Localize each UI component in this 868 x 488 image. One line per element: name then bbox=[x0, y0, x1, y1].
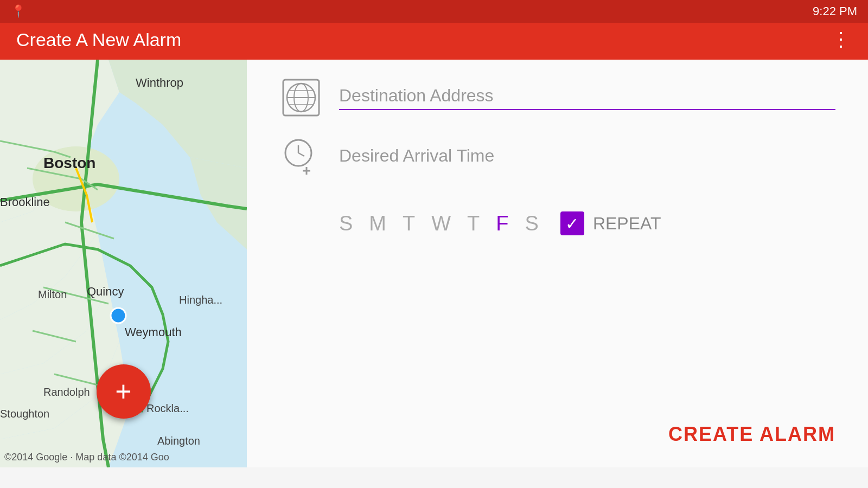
day-monday[interactable]: M bbox=[369, 212, 386, 235]
destination-field-row: Destination Address bbox=[279, 76, 835, 119]
day-friday[interactable]: F bbox=[496, 212, 508, 235]
svg-text:Rockla...: Rockla... bbox=[146, 402, 189, 414]
add-alarm-fab[interactable]: + bbox=[97, 364, 151, 419]
day-thursday[interactable]: T bbox=[467, 212, 480, 235]
add-icon: + bbox=[115, 377, 131, 406]
repeat-label: REPEAT bbox=[593, 214, 661, 234]
day-wednesday[interactable]: W bbox=[431, 212, 451, 235]
globe-icon bbox=[279, 76, 323, 119]
bottom-bar: CREATE ALARM bbox=[279, 235, 835, 451]
create-alarm-button[interactable]: CREATE ALARM bbox=[668, 423, 835, 446]
app-header: 📍 9:22 PM Create A New Alarm ⋮ bbox=[0, 0, 868, 60]
page-title: Create A New Alarm bbox=[16, 29, 181, 50]
day-sunday[interactable]: S bbox=[339, 212, 353, 235]
svg-text:Randolph: Randolph bbox=[43, 386, 90, 398]
svg-point-20 bbox=[111, 308, 126, 323]
svg-text:Milton: Milton bbox=[38, 288, 67, 300]
status-bar-left: 📍 bbox=[11, 4, 25, 18]
svg-text:Boston: Boston bbox=[43, 155, 95, 171]
svg-text:Quincy: Quincy bbox=[87, 285, 124, 298]
destination-input-wrapper: Destination Address bbox=[339, 86, 835, 110]
svg-text:Brookline: Brookline bbox=[0, 195, 50, 209]
clock-add-icon bbox=[279, 136, 323, 179]
map-view: Winthrop Boston Brookline Milton Quincy … bbox=[0, 60, 247, 467]
arrival-time-field-row: Desired Arrival Time bbox=[279, 136, 835, 179]
right-panel: Destination Address Desired Arriv bbox=[247, 60, 868, 467]
day-saturday[interactable]: S bbox=[525, 212, 539, 235]
svg-text:Hingha...: Hingha... bbox=[179, 294, 222, 306]
map-attribution: ©2014 Google · Map data ©2014 Goo bbox=[4, 452, 169, 463]
day-tuesday[interactable]: T bbox=[403, 212, 415, 235]
more-options-icon[interactable]: ⋮ bbox=[831, 28, 852, 51]
destination-underline bbox=[339, 109, 835, 110]
arrival-time-input-wrapper: Desired Arrival Time bbox=[339, 146, 835, 169]
checkmark-icon: ✓ bbox=[565, 214, 579, 233]
svg-text:Stoughton: Stoughton bbox=[0, 408, 49, 420]
status-time: 9:22 PM bbox=[813, 4, 857, 18]
arrival-time-label[interactable]: Desired Arrival Time bbox=[339, 146, 835, 166]
main-content: Winthrop Boston Brookline Milton Quincy … bbox=[0, 60, 868, 467]
svg-line-29 bbox=[298, 153, 304, 156]
svg-text:Abington: Abington bbox=[157, 435, 200, 447]
svg-text:Winthrop: Winthrop bbox=[136, 76, 183, 89]
svg-text:Weymouth: Weymouth bbox=[125, 325, 182, 339]
location-icon: 📍 bbox=[11, 4, 25, 18]
destination-label[interactable]: Destination Address bbox=[339, 86, 835, 106]
repeat-checkbox[interactable]: ✓ bbox=[560, 211, 584, 235]
app-bar: Create A New Alarm ⋮ bbox=[0, 23, 868, 60]
status-bar: 📍 9:22 PM bbox=[0, 0, 868, 23]
days-row: S M T W T F S ✓ REPEAT bbox=[279, 211, 835, 235]
